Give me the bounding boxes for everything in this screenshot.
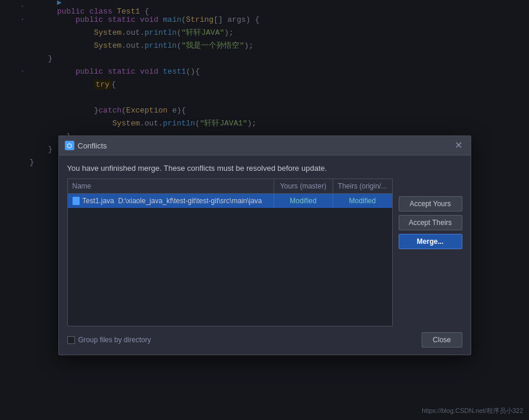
merge-button[interactable]: Merge... <box>399 234 462 249</box>
page-footer: https://blog.CSDN.net/程序员小322 <box>422 406 523 415</box>
conflicts-dialog: ⬡ Conflicts ✕ You have unfinished merge.… <box>58 135 471 355</box>
theirs-status-cell: Modified <box>333 194 392 207</box>
checkbox-label: Group files by directory <box>78 336 151 344</box>
col-theirs-header: Theirs (origin/... <box>333 179 392 193</box>
dialog-app-icon: ⬡ <box>65 141 74 150</box>
file-icon <box>73 197 80 205</box>
table-row[interactable]: Test1.java D:\xiaole_java_kf\test-git\te… <box>68 194 392 208</box>
dialog-body: You have unfinished merge. These conflic… <box>59 156 471 326</box>
dialog-titlebar: ⬡ Conflicts ✕ <box>59 136 471 156</box>
footer-url: https://blog.CSDN.net/程序员小322 <box>422 407 523 414</box>
checkbox-area[interactable]: Group files by directory <box>67 336 151 344</box>
conflicts-file-table: Name Yours (master) Theirs (origin/... T… <box>67 178 393 326</box>
dialog-message: You have unfinished merge. These conflic… <box>67 164 462 173</box>
group-by-dir-checkbox[interactable] <box>67 336 75 344</box>
table-header: Name Yours (master) Theirs (origin/... <box>68 179 392 194</box>
col-yours-header: Yours (master) <box>274 179 333 193</box>
dialog-title: Conflicts <box>78 141 107 150</box>
dialog-overlay: ⬡ Conflicts ✕ You have unfinished merge.… <box>0 0 529 420</box>
table-empty-area <box>68 208 392 326</box>
col-name-header: Name <box>68 179 274 193</box>
dialog-close-button[interactable]: ✕ <box>452 140 465 151</box>
file-name-cell: Test1.java D:\xiaole_java_kf\test-git\te… <box>68 194 274 207</box>
accept-yours-button[interactable]: Accept Yours <box>399 196 462 211</box>
dialog-content-area: Name Yours (master) Theirs (origin/... T… <box>67 178 462 326</box>
close-button[interactable]: Close <box>422 332 462 348</box>
yours-status-cell: Modified <box>274 194 333 207</box>
dialog-footer: Group files by directory Close <box>59 326 471 355</box>
dialog-title-left: ⬡ Conflicts <box>65 141 107 150</box>
file-path: Test1.java D:\xiaole_java_kf\test-git\te… <box>83 197 262 205</box>
action-buttons: Accept Yours Accept Theirs Merge... <box>393 178 462 326</box>
accept-theirs-button[interactable]: Accept Theirs <box>399 215 462 230</box>
